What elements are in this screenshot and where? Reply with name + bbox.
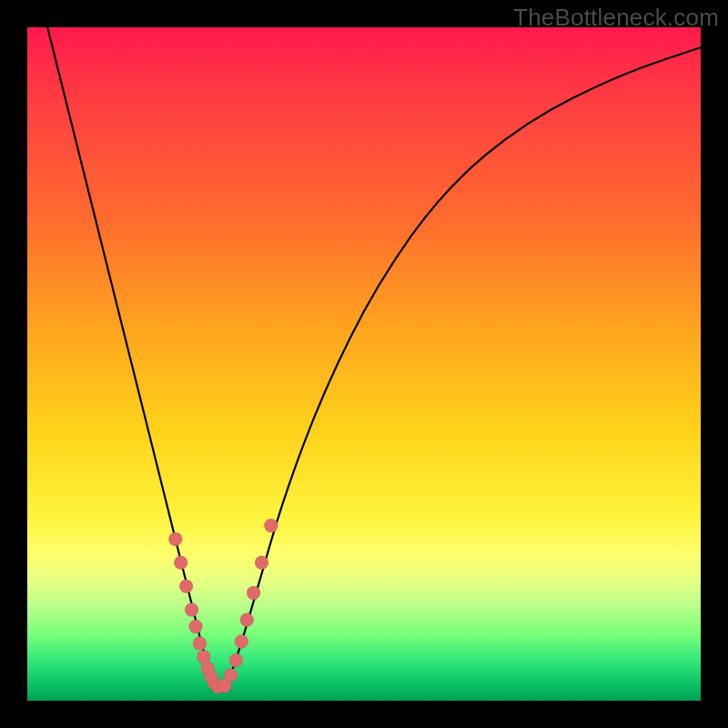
data-marker bbox=[185, 603, 198, 617]
plot-area bbox=[27, 27, 701, 701]
curve-layer bbox=[27, 27, 701, 701]
data-marker bbox=[247, 586, 260, 600]
data-marker bbox=[189, 620, 203, 633]
marker-group-left bbox=[168, 532, 225, 693]
data-marker bbox=[174, 556, 187, 570]
chart-frame: TheBottleneck.com bbox=[0, 0, 728, 728]
data-marker bbox=[235, 634, 248, 648]
data-marker bbox=[179, 580, 193, 593]
data-marker bbox=[255, 556, 268, 570]
data-marker bbox=[193, 637, 207, 651]
bottleneck-curve bbox=[47, 27, 701, 687]
data-marker bbox=[224, 668, 238, 682]
data-marker bbox=[168, 532, 182, 546]
data-marker bbox=[264, 519, 278, 532]
data-marker bbox=[229, 653, 243, 667]
marker-group-right bbox=[217, 519, 278, 693]
data-marker bbox=[240, 613, 254, 627]
